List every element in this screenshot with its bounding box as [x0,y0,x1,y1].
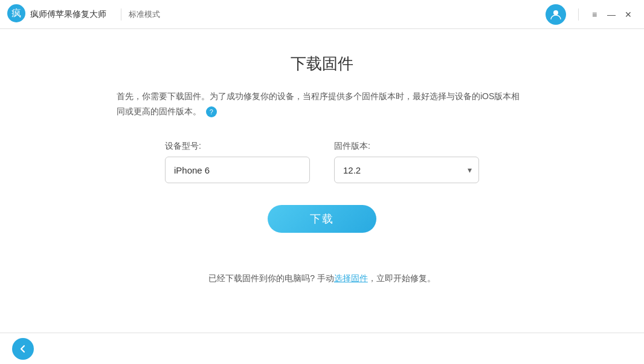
app-name: 疯师傅苹果修复大师 [30,9,106,20]
form-row: 设备型号: 固件版本: 12.2 12.1 12.0 11.4 11.3 ▾ [165,141,479,183]
firmware-select-wrapper: 12.2 12.1 12.0 11.4 11.3 ▾ [334,157,479,183]
app-logo: 疯 [7,4,30,25]
footer-prefix: 已经下载固件到你的电脑吗? 手动 [208,273,334,283]
minimize-button[interactable]: — [603,6,620,23]
firmware-select[interactable]: 12.2 12.1 12.0 11.4 11.3 [334,157,479,183]
close-button[interactable]: ✕ [620,6,637,23]
page-title: 下载固件 [291,53,353,74]
title-divider [121,8,121,21]
help-icon[interactable]: ? [206,106,217,117]
device-input[interactable] [165,157,310,183]
select-firmware-link[interactable]: 选择固件 [334,273,368,283]
control-divider [578,8,579,21]
description-text: 首先，你需要下载固件。为了成功修复你的设备，当程序提供多个固件版本时，最好选择与… [117,91,520,116]
firmware-form-group: 固件版本: 12.2 12.1 12.0 11.4 11.3 ▾ [334,141,479,183]
footer-text: 已经下载固件到你的电脑吗? 手动选择固件，立即开始修复。 [208,273,436,284]
device-label: 设备型号: [165,141,310,152]
user-avatar[interactable] [546,4,566,25]
footer-suffix: ，立即开始修复。 [368,273,436,283]
firmware-label: 固件版本: [334,141,479,152]
device-form-group: 设备型号: [165,141,310,183]
titlebar: 疯 疯师傅苹果修复大师 标准模式 ≡ — ✕ [0,0,644,29]
download-button[interactable]: 下载 [268,205,376,233]
menu-button[interactable]: ≡ [586,6,603,23]
svg-text:疯: 疯 [11,8,21,18]
description-box: 首先，你需要下载固件。为了成功修复你的设备，当程序提供多个固件版本时，最好选择与… [117,89,527,119]
bottom-bar [0,333,644,364]
main-content: 下载固件 首先，你需要下载固件。为了成功修复你的设备，当程序提供多个固件版本时，… [0,29,644,333]
back-button[interactable] [12,338,34,360]
app-mode: 标准模式 [129,9,160,20]
svg-point-2 [553,10,558,15]
